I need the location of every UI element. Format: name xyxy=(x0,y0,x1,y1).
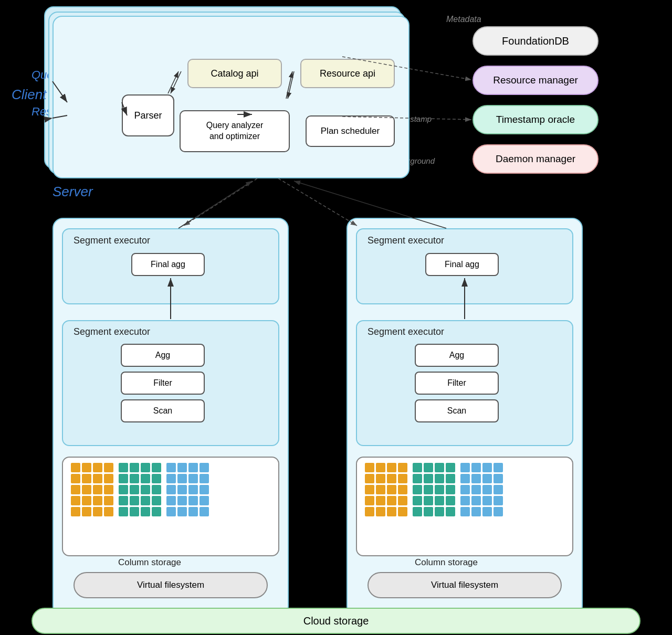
catalog-api-label: Catalog api xyxy=(211,68,258,79)
seg-exec-bottom-right-label: Segment executor xyxy=(368,326,444,337)
scan-left: Scan xyxy=(121,399,205,422)
col-storage-right xyxy=(356,457,573,556)
grid-left xyxy=(71,463,209,516)
resource-api-label: Resource api xyxy=(320,68,375,79)
scan-right-label: Scan xyxy=(447,406,466,416)
cloud-storage-label: Cloud storage xyxy=(303,615,369,627)
agg-right: Agg xyxy=(415,344,499,367)
filter-left-label: Filter xyxy=(153,378,172,388)
final-agg-right-label: Final agg xyxy=(445,260,479,269)
daemon-manager-label: Daemon manager xyxy=(496,153,575,165)
metadata-label: Metadata xyxy=(446,15,481,24)
grid-group-blue-left xyxy=(166,463,209,516)
col-storage-left xyxy=(62,457,279,556)
plan-scheduler-box: Plan scheduler xyxy=(306,115,395,147)
grid-right xyxy=(365,463,503,516)
scan-left-label: Scan xyxy=(153,406,172,416)
filter-left: Filter xyxy=(121,372,205,395)
grid-group-teal-left xyxy=(119,463,161,516)
col-storage-left-label: Column storage xyxy=(118,557,181,568)
vfs-left-label: Virtual filesystem xyxy=(137,580,204,590)
parser-label: Parser xyxy=(134,110,162,121)
vfs-right: Virtual filesystem xyxy=(368,572,562,598)
final-agg-left-label: Final agg xyxy=(151,260,185,269)
foundationdb-box: FoundationDB xyxy=(472,26,598,56)
vfs-left: Virtual filesystem xyxy=(74,572,268,598)
scan-right: Scan xyxy=(415,399,499,422)
filter-right-label: Filter xyxy=(447,378,466,388)
parser-box: Parser xyxy=(122,94,174,136)
agg-left: Agg xyxy=(121,344,205,367)
vfs-right-label: Virtual filesystem xyxy=(431,580,498,590)
catalog-api-box: Catalog api xyxy=(187,59,282,88)
query-analyzer-label: Query analyzerand optimizer xyxy=(206,120,264,142)
server-box: Catalog api Resource api Parser Query an… xyxy=(52,16,410,178)
final-agg-left: Final agg xyxy=(131,253,205,276)
grid-group-blue-right xyxy=(460,463,503,516)
client-label: Client xyxy=(12,87,46,103)
resource-api-box: Resource api xyxy=(300,59,395,88)
server-label: Server xyxy=(52,184,93,200)
cloud-storage-box: Cloud storage xyxy=(32,608,640,634)
query-analyzer-box: Query analyzerand optimizer xyxy=(180,110,290,152)
grid-group-teal-right xyxy=(413,463,455,516)
final-agg-right: Final agg xyxy=(425,253,499,276)
resource-manager-label: Resource manager xyxy=(493,75,578,86)
diagram-container: Catalog api Resource api Parser Query an… xyxy=(0,0,672,635)
daemon-manager-box: Daemon manager xyxy=(472,144,598,174)
timestamp-oracle-box: Timestamp oracle xyxy=(472,105,598,134)
seg-exec-top-left-label: Segment executor xyxy=(74,235,150,246)
seg-exec-top-right-label: Segment executor xyxy=(368,235,444,246)
grid-group-orange-left xyxy=(71,463,113,516)
agg-right-label: Agg xyxy=(449,351,464,360)
foundationdb-label: FoundationDB xyxy=(502,35,569,47)
seg-exec-bottom-left-label: Segment executor xyxy=(74,326,150,337)
timestamp-oracle-label: Timestamp oracle xyxy=(496,114,575,125)
resource-manager-box: Resource manager xyxy=(472,66,598,95)
filter-right: Filter xyxy=(415,372,499,395)
svg-line-14 xyxy=(278,178,357,226)
grid-group-orange-right xyxy=(365,463,407,516)
plan-scheduler-label: Plan scheduler xyxy=(321,126,380,136)
agg-left-label: Agg xyxy=(155,351,170,360)
col-storage-right-label: Column storage xyxy=(415,557,478,568)
